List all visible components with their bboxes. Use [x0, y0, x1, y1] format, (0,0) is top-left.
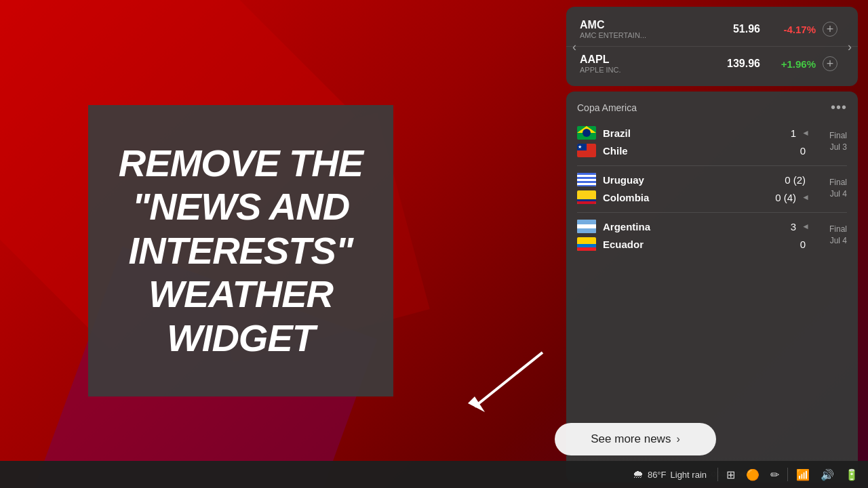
title-card: REMOVE THE "NEWS AND INTERESTS" WEATHER …: [88, 105, 393, 396]
match-argentina-ecuador: Argentina 3 ◄ Ecuador 0 Final Jul 4: [577, 220, 847, 251]
taskbar-separator: [717, 468, 718, 481]
stock-ticker-aapl: AAPL: [580, 54, 713, 66]
result-uruguay-colombia: Final Jul 4: [810, 177, 847, 200]
taskbar-weather[interactable]: 🌧 86°F Light rain: [626, 466, 713, 483]
flag-uruguay: [577, 173, 596, 186]
stocks-widget: ‹ › AMC AMC ENTERTAIN... 51.96 -4.17% + …: [566, 7, 858, 86]
divider-2: [577, 212, 847, 213]
taskbar-windows-icon[interactable]: ⊞: [722, 466, 739, 484]
see-more-news-container: See more news ›: [555, 423, 716, 455]
team-name-brazil: Brazil: [603, 127, 762, 139]
stock-change-aapl: +1.96%: [768, 58, 816, 70]
flag-colombia: [577, 190, 596, 204]
score-ecuador: 0: [772, 239, 806, 250]
see-more-chevron-icon: ›: [676, 433, 679, 445]
taskbar-color-icon[interactable]: 🟠: [742, 466, 764, 484]
arrow-indicator: [407, 339, 576, 420]
flag-brazil: [577, 126, 596, 140]
flag-argentina: [577, 220, 596, 233]
team-name-argentina: Argentina: [603, 221, 762, 232]
team-argentina: Argentina 3 ◄: [577, 220, 810, 233]
taskbar-battery-icon[interactable]: 🔋: [841, 466, 863, 484]
stock-add-amc[interactable]: +: [823, 22, 837, 37]
stock-price-amc: 51.96: [713, 23, 760, 35]
svg-line-0: [475, 352, 542, 407]
see-more-news-label: See more news: [591, 432, 671, 446]
score-chile: 0: [772, 145, 806, 157]
winner-argentina: ◄: [802, 222, 810, 231]
stocks-nav-left[interactable]: ‹: [569, 36, 580, 57]
team-name-ecuador: Ecuador: [603, 239, 772, 250]
flag-chile: [577, 144, 596, 157]
team-name-colombia: Colombia: [603, 192, 762, 203]
stock-change-amc: -4.17%: [768, 24, 816, 35]
widget-panel: ‹ › AMC AMC ENTERTAIN... 51.96 -4.17% + …: [556, 0, 868, 488]
match-brazil-chile: Brazil 1 ◄ Chile 0 Final Jul 3: [577, 126, 847, 157]
result-label-2: Final: [815, 177, 847, 188]
stock-row-amc[interactable]: AMC AMC ENTERTAIN... 51.96 -4.17% +: [566, 12, 858, 47]
weather-desc: Light rain: [671, 470, 707, 480]
result-label-1: Final: [815, 130, 847, 142]
taskbar-volume-icon[interactable]: 🔊: [816, 466, 838, 484]
team-colombia: Colombia 0 (4) ◄: [577, 190, 810, 204]
taskbar-pen-icon[interactable]: ✏: [766, 466, 783, 484]
result-date-3: Jul 4: [815, 235, 847, 247]
team-uruguay: Uruguay 0 (2): [577, 173, 810, 186]
score-uruguay: 0 (2): [772, 174, 806, 186]
stock-ticker-amc: AMC: [580, 19, 713, 31]
result-label-3: Final: [815, 224, 847, 235]
score-argentina: 3: [762, 221, 796, 232]
team-chile: Chile 0: [577, 144, 810, 157]
copa-header: Copa America •••: [577, 100, 847, 115]
stock-info-amc: AMC AMC ENTERTAIN...: [580, 19, 713, 39]
team-name-chile: Chile: [603, 145, 772, 157]
stock-add-aapl[interactable]: +: [823, 56, 837, 71]
taskbar: 🌧 86°F Light rain ⊞ 🟠 ✏ 📶 🔊 🔋: [0, 461, 868, 488]
stock-name-amc: AMC ENTERTAIN...: [580, 31, 713, 39]
stock-name-aapl: APPLE INC.: [580, 66, 713, 74]
score-brazil: 1: [762, 127, 796, 139]
stocks-nav-right[interactable]: ›: [844, 36, 855, 57]
taskbar-separator-2: [787, 468, 788, 481]
result-date-2: Jul 4: [815, 188, 847, 200]
match-teams-3: Argentina 3 ◄ Ecuador 0: [577, 220, 810, 251]
taskbar-wifi-icon[interactable]: 📶: [792, 466, 814, 484]
copa-menu-button[interactable]: •••: [831, 100, 847, 115]
match-teams-1: Brazil 1 ◄ Chile 0: [577, 126, 810, 157]
match-uruguay-colombia: Uruguay 0 (2) Colombia 0 (4) ◄ Final Jul…: [577, 173, 847, 204]
see-more-news-button[interactable]: See more news ›: [555, 423, 716, 455]
team-brazil: Brazil 1 ◄: [577, 126, 810, 140]
team-ecuador: Ecuador 0: [577, 237, 810, 251]
title-text: REMOVE THE "NEWS AND INTERESTS" WEATHER …: [108, 142, 373, 360]
result-brazil-chile: Final Jul 3: [810, 130, 847, 153]
stock-info-aapl: AAPL APPLE INC.: [580, 54, 713, 74]
stock-row-aapl[interactable]: AAPL APPLE INC. 139.96 +1.96% +: [566, 47, 858, 81]
stock-price-aapl: 139.96: [713, 58, 760, 70]
result-date-1: Jul 3: [815, 142, 847, 153]
weather-temp: 86°F: [648, 470, 667, 480]
flag-ecuador: [577, 237, 596, 251]
winner-brazil: ◄: [802, 128, 810, 138]
team-name-uruguay: Uruguay: [603, 174, 772, 186]
weather-icon: 🌧: [633, 468, 644, 481]
match-teams-2: Uruguay 0 (2) Colombia 0 (4) ◄: [577, 173, 810, 204]
divider-1: [577, 165, 847, 166]
score-colombia: 0 (4): [762, 192, 796, 203]
result-argentina-ecuador: Final Jul 4: [810, 224, 847, 247]
winner-colombia: ◄: [802, 192, 810, 202]
copa-title: Copa America: [577, 102, 637, 113]
